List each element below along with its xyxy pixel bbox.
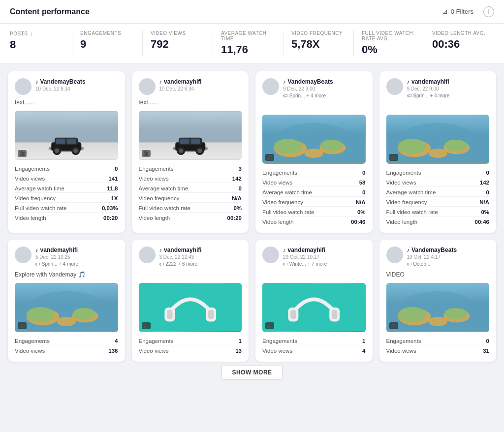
stat-row-value: 0%	[481, 209, 489, 215]
stat-label: VIDEO VIEWS	[151, 31, 205, 36]
avatar	[139, 247, 156, 263]
stat-item: FULL VIDEO WATCH RATE AVG. 0%	[354, 31, 424, 56]
stat-row-value: 13	[235, 348, 242, 354]
stat-row-label: Video frequency	[262, 199, 303, 205]
stat-row-value: N/A	[356, 199, 366, 205]
stat-row-label: Video views	[139, 348, 169, 354]
svg-point-37	[428, 149, 447, 158]
stat-row: Engagements 3	[139, 165, 242, 173]
svg-point-34	[398, 139, 426, 154]
stats-rows: Engagements 1 Video views 4	[262, 337, 366, 355]
card-meta: ♪ VandemayBeats 9 Dec, 22 9:00 🏷 Sprin..…	[283, 78, 366, 99]
card-date: 29 Oct, 22 10:17	[283, 254, 366, 260]
tiktok-icon: ♪	[407, 247, 410, 253]
stat-row: Video views 31	[386, 347, 490, 355]
svg-point-9	[55, 149, 60, 154]
stat-row-label: Engagements	[262, 338, 297, 344]
stat-value: 8	[10, 38, 64, 51]
card-meta: ♪ vandemayhifi 3 Dec, 22 12:43 🏷 2222 + …	[159, 247, 242, 267]
stat-row: Full video watch rate 0%	[386, 208, 490, 216]
stats-rows: Engagements 4 Video views 136	[15, 337, 118, 355]
card-header: ♪ vandemayhifi 5 Dec, 22 10:25 🏷 Sprin..…	[15, 247, 118, 267]
card-username: ♪ vandemayhifi	[283, 247, 366, 253]
arrow-icon: ↓	[30, 31, 32, 36]
stat-row: Engagements 0	[386, 337, 490, 345]
stat-row-label: Video length	[262, 219, 294, 225]
card-caption	[386, 103, 490, 111]
stat-row-label: Engagements	[386, 338, 421, 344]
stat-row-label: Full video watch rate	[262, 209, 314, 215]
info-button[interactable]: i	[483, 6, 494, 17]
svg-point-21	[178, 149, 183, 154]
stat-row: Video views 142	[139, 175, 242, 183]
stat-row-value: N/A	[232, 195, 242, 201]
avatar	[15, 247, 32, 263]
stat-item: VIDEO VIEWS 792	[143, 31, 213, 56]
stat-row-value: 0	[362, 189, 365, 195]
stat-label: VIDEO FREQUENCY	[291, 31, 346, 36]
card-username: ♪ vandemayhifi	[159, 78, 242, 85]
filter-label: 0 Filters	[451, 8, 473, 15]
stat-item: AVERAGE WATCH TIME 11,76	[213, 31, 284, 56]
svg-point-61	[428, 317, 447, 326]
stat-row-label: Engagements	[15, 338, 50, 344]
svg-rect-45	[139, 284, 242, 331]
svg-rect-53	[290, 310, 296, 319]
content-card: ♪ vandemayhifi 29 Oct, 22 10:17 🏷 Winte.…	[255, 240, 373, 362]
stat-row: Video views 141	[15, 175, 118, 183]
content-card: ♪ VandemayBeats 10 Dec, 22 8:34 text....…	[8, 71, 125, 233]
svg-rect-50	[262, 284, 366, 331]
video-icon: 🎥	[265, 322, 274, 329]
content-card: ♪ VandemayBeats 19 Oct, 22 4:17 🏷 Octob.…	[379, 240, 497, 362]
show-more-button[interactable]: SHOW MORE	[221, 366, 282, 379]
card-username: ♪ VandemayBeats	[407, 247, 490, 253]
stat-row: Average watch time 0	[262, 188, 366, 197]
card-caption	[262, 103, 366, 111]
stat-row-label: Video length	[386, 219, 418, 225]
stat-row: Full video watch rate 0%	[262, 208, 366, 216]
card-thumbnail: 🎥	[262, 283, 366, 332]
card-header: ♪ VandemayBeats 9 Dec, 22 9:00 🏷 Sprin..…	[262, 78, 366, 99]
card-caption: text......	[139, 99, 242, 107]
card-username: ♪ VandemayBeats	[283, 78, 366, 85]
stat-row: Video length 00:20	[139, 214, 242, 222]
cards-grid: ♪ VandemayBeats 10 Dec, 22 8:34 text....…	[8, 71, 496, 362]
video-icon: 🎥	[142, 322, 151, 329]
card-thumbnail: 🎥	[386, 115, 490, 164]
card-thumbnail: 🎥	[139, 283, 242, 332]
stat-row: Average watch time 11,8	[15, 185, 118, 193]
card-header: ♪ vandemayhifi 9 Dec, 22 9:00 🏷 Sprin...…	[386, 78, 490, 99]
stat-row-value: 58	[359, 180, 366, 185]
filter-button[interactable]: ⊿ 0 Filters	[439, 6, 477, 17]
stat-row-value: 142	[480, 180, 489, 185]
stat-row-value: 141	[108, 176, 118, 182]
card-tags: 🏷 2222 + 6 more	[159, 261, 198, 267]
content-card: ♪ VandemayBeats 9 Dec, 22 9:00 🏷 Sprin..…	[255, 71, 373, 233]
stat-row-value: 11,8	[107, 185, 118, 191]
svg-point-29	[320, 140, 343, 151]
stat-row-value: 1	[239, 338, 242, 344]
card-tags: 🏷 Octob...	[407, 261, 431, 267]
stat-row-value: 00:46	[351, 219, 365, 225]
stat-row: Video length 00:46	[262, 218, 366, 226]
stat-row-label: Full video watch rate	[139, 205, 190, 211]
stat-row-value: 0	[486, 170, 489, 176]
card-date: 9 Dec, 22 9:00	[407, 86, 490, 92]
card-meta: ♪ VandemayBeats 19 Oct, 22 4:17 🏷 Octob.…	[407, 247, 490, 267]
avatar	[262, 247, 279, 263]
video-icon: 🎥	[142, 150, 151, 157]
avatar	[262, 78, 279, 95]
stat-value: 00:36	[432, 38, 486, 51]
stat-row-label: Average watch time	[139, 185, 189, 191]
stat-row-label: Full video watch rate	[386, 209, 438, 215]
stat-row-label: Full video watch rate	[15, 205, 66, 211]
stats-rows: Engagements 0 Video views 31	[386, 337, 490, 355]
stat-row-value: 4	[362, 348, 365, 354]
stat-row: Engagements 4	[15, 337, 118, 345]
stat-value: 11,76	[221, 43, 275, 56]
stat-item: VIDEO FREQUENCY 5,78X	[284, 31, 354, 56]
card-date: 9 Dec, 22 9:00	[283, 86, 366, 92]
card-thumbnail: 🎥	[15, 283, 118, 332]
content-card: ♪ vandemayhifi 9 Dec, 22 9:00 🏷 Sprin...…	[379, 71, 497, 233]
svg-point-60	[444, 308, 467, 319]
